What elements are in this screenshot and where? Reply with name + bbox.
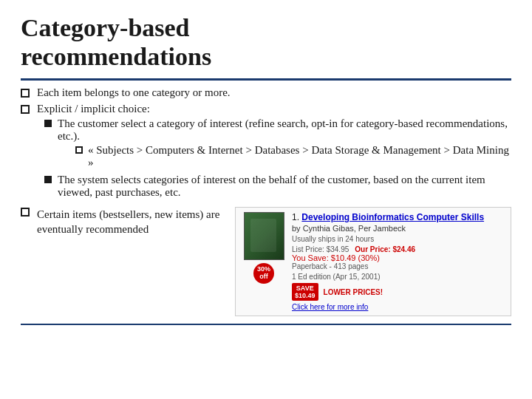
item2-text: Explicit / implicit choice: [37,103,150,115]
sub-sub-list: « Subjects > Computers & Internet > Data… [58,144,511,169]
bullet-3 [21,208,30,216]
product-author: by Cynthia Gibas, Per Jambeck [292,224,505,233]
filled-bullet-1 [44,120,52,127]
sub-item-1: The customer select a category of intere… [44,117,511,171]
discount-badge: 30%off [253,263,274,284]
product-title-link[interactable]: Developing Bioinformatics Computer Skill… [301,212,484,222]
sub-list: The customer select a category of intere… [37,117,511,199]
list-item-1: Each item belongs to one category or mor… [21,86,511,99]
product-edition2: 1 Ed edition (Apr 15, 2001) [292,273,505,281]
item3-content: Certain items (bestsellers, new items) a… [37,207,511,316]
sub2-text: The system selects categories of interes… [58,174,511,199]
click-more-info-link[interactable]: Click here for more info [292,303,505,311]
product-edition: Paperback - 413 pages [292,262,505,270]
subsub1-text: « Subjects > Computers & Internet > Data… [88,144,511,169]
product-details: 1. Developing Bioinformatics Computer Sk… [292,212,505,311]
slide-title: Category-basedrecommendations [21,13,511,71]
item2-content: Explicit / implicit choice: The customer… [37,103,511,202]
divider-bottom [21,324,511,325]
product-prices: List Price: $34.95 Our Price: $24.46 [292,245,505,253]
sub1-text: The customer select a category of intere… [58,117,508,142]
save-and-lower: SAVE $10.49 LOWER PRICES! [292,283,505,301]
book-cover [244,212,284,260]
item3-label: Certain items (bestsellers, new items) a… [37,208,219,235]
list-price: List Price: $34.95 [292,245,349,253]
bullet-2 [21,105,30,114]
bullet-1 [21,89,30,98]
list-item-3: Certain items (bestsellers, new items) a… [21,205,511,316]
item3-text: Certain items (bestsellers, new items) a… [37,207,229,237]
item1-text: Each item belongs to one category or mor… [37,86,511,99]
product-shipping: Usually ships in 24 hours [292,235,505,243]
divider-top [21,78,511,81]
sub-item-2: The system selects categories of interes… [44,174,511,199]
lower-prices-text: LOWER PRICES! [324,288,383,296]
sub-sub-item-1: « Subjects > Computers & Internet > Data… [75,144,511,169]
filled-bullet-2 [44,176,52,183]
sub1-content: The customer select a category of intere… [58,117,511,171]
open-sq-bullet [75,146,83,154]
product-number: 1. Developing Bioinformatics Computer Sk… [292,212,505,222]
our-price: Our Price: $24.46 [355,245,415,253]
main-list: Each item belongs to one category or mor… [21,86,511,316]
list-item-2: Explicit / implicit choice: The customer… [21,103,511,202]
product-panel: 30%off 1. Developing Bioinformatics Comp… [235,207,511,316]
savings: You Save: $10.49 (30%) [292,253,505,262]
product-image-area: 30%off [242,212,286,311]
save-badge: SAVE $10.49 [292,283,318,301]
